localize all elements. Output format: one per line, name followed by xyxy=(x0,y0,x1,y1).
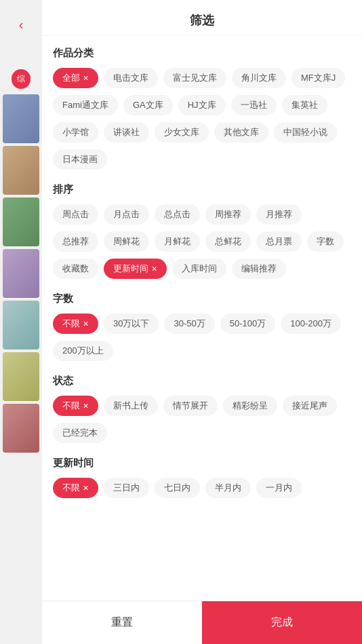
tag-label-category-7: HJ文库 xyxy=(188,100,216,110)
tags-wrap-wordcount: 不限✕30万以下30-50万50-100万100-200万200万以上 xyxy=(53,314,351,361)
tag-sort-0[interactable]: 周点击 xyxy=(53,204,98,225)
tag-label-wordcount-3: 50-100万 xyxy=(230,318,266,328)
left-book-cards xyxy=(0,94,42,453)
tag-label-update_time-0: 不限 xyxy=(62,482,80,493)
tag-close-status-0[interactable]: ✕ xyxy=(83,402,89,410)
tag-category-5[interactable]: Fami通文库 xyxy=(53,95,118,115)
tag-sort-2[interactable]: 总点击 xyxy=(155,204,200,225)
tag-sort-14[interactable]: 编辑推荐 xyxy=(232,259,286,279)
tag-status-5[interactable]: 已经完本 xyxy=(53,423,107,443)
tag-sort-13[interactable]: 入库时间 xyxy=(172,259,226,279)
section-category: 作品分类全部✕电击文库富士见文库角川文库MF文库JFami通文库GA文库HJ文库… xyxy=(53,47,351,170)
tag-status-4[interactable]: 接近尾声 xyxy=(283,396,337,416)
tag-label-sort-12: 更新时间 xyxy=(113,263,148,273)
tag-update_time-3[interactable]: 半月内 xyxy=(205,478,251,498)
book-card-4[interactable] xyxy=(3,249,39,298)
tag-close-wordcount-0[interactable]: ✕ xyxy=(83,320,89,328)
tag-close-update_time-0[interactable]: ✕ xyxy=(83,484,89,492)
tag-update_time-0[interactable]: 不限✕ xyxy=(53,478,98,498)
tag-close-category-0[interactable]: ✕ xyxy=(83,74,89,82)
back-button[interactable]: ‹ xyxy=(10,14,32,35)
book-card-2[interactable] xyxy=(3,146,39,195)
tag-category-1[interactable]: 电击文库 xyxy=(104,68,158,88)
tag-status-1[interactable]: 新书上传 xyxy=(104,396,158,416)
tag-wordcount-4[interactable]: 100-200万 xyxy=(281,314,341,334)
book-card-5[interactable] xyxy=(3,301,39,349)
tag-wordcount-2[interactable]: 30-50万 xyxy=(164,314,214,334)
tag-label-sort-11: 收藏数 xyxy=(62,263,89,273)
tag-sort-4[interactable]: 月推荐 xyxy=(256,204,302,225)
book-card-3[interactable] xyxy=(3,197,39,246)
tag-update_time-2[interactable]: 七日内 xyxy=(155,478,200,498)
tag-update_time-4[interactable]: 一月内 xyxy=(256,478,302,498)
tag-label-status-1: 新书上传 xyxy=(113,400,148,411)
tag-label-sort-10: 字数 xyxy=(317,236,334,246)
tag-label-category-9: 集英社 xyxy=(291,100,318,110)
category-tab[interactable]: 综 xyxy=(12,69,31,89)
tag-wordcount-3[interactable]: 50-100万 xyxy=(220,314,275,334)
filter-content: 作品分类全部✕电击文库富士见文库角川文库MF文库JFami通文库GA文库HJ文库… xyxy=(42,36,362,601)
tag-label-update_time-4: 一月内 xyxy=(266,482,292,493)
tag-sort-11[interactable]: 收藏数 xyxy=(53,259,98,279)
tag-category-14[interactable]: 中国轻小说 xyxy=(274,122,337,143)
section-title-sort: 排序 xyxy=(53,183,351,196)
tag-status-2[interactable]: 情节展开 xyxy=(163,396,218,416)
book-card-1[interactable] xyxy=(3,94,39,143)
section-title-category: 作品分类 xyxy=(53,47,351,60)
tag-wordcount-0[interactable]: 不限✕ xyxy=(53,314,98,334)
tag-label-sort-13: 入库时间 xyxy=(182,263,217,273)
tag-category-12[interactable]: 少女文库 xyxy=(155,122,209,143)
book-card-7[interactable] xyxy=(3,404,39,453)
tag-sort-3[interactable]: 周推荐 xyxy=(205,204,251,225)
tag-label-sort-9: 总月票 xyxy=(266,236,292,246)
tag-label-category-10: 小学馆 xyxy=(62,127,89,137)
tag-close-sort-12[interactable]: ✕ xyxy=(151,265,157,273)
tag-category-8[interactable]: 一迅社 xyxy=(231,95,277,115)
tag-label-sort-4: 月推荐 xyxy=(266,209,292,219)
tag-status-0[interactable]: 不限✕ xyxy=(53,396,98,416)
tag-label-category-12: 少女文库 xyxy=(164,127,199,137)
tag-wordcount-1[interactable]: 30万以下 xyxy=(104,314,159,334)
page-title: 筛选 xyxy=(190,14,214,27)
tag-label-sort-0: 周点击 xyxy=(62,209,89,219)
tag-sort-10[interactable]: 字数 xyxy=(307,231,344,252)
tag-category-3[interactable]: 角川文库 xyxy=(232,68,286,88)
tag-category-7[interactable]: HJ文库 xyxy=(178,95,226,115)
tag-category-11[interactable]: 讲谈社 xyxy=(104,122,149,143)
tag-status-3[interactable]: 精彩纷呈 xyxy=(223,396,277,416)
tag-label-wordcount-5: 200万以上 xyxy=(62,345,104,356)
tag-label-category-3: 角川文库 xyxy=(241,73,277,83)
tag-category-2[interactable]: 富士见文库 xyxy=(163,68,226,88)
tag-sort-12[interactable]: 更新时间✕ xyxy=(104,259,167,279)
tag-label-update_time-3: 半月内 xyxy=(215,482,241,493)
filter-header: 筛选 xyxy=(42,0,362,36)
reset-button[interactable]: 重置 xyxy=(42,601,202,644)
tag-category-10[interactable]: 小学馆 xyxy=(53,122,98,143)
tag-sort-5[interactable]: 总推荐 xyxy=(53,231,98,252)
tags-wrap-sort: 周点击月点击总点击周推荐月推荐总推荐周鲜花月鲜花总鲜花总月票字数收藏数更新时间✕… xyxy=(53,204,351,279)
tags-wrap-category: 全部✕电击文库富士见文库角川文库MF文库JFami通文库GA文库HJ文库一迅社集… xyxy=(53,68,351,170)
tag-update_time-1[interactable]: 三日内 xyxy=(104,478,149,498)
tag-category-9[interactable]: 集英社 xyxy=(282,95,327,115)
tag-wordcount-5[interactable]: 200万以上 xyxy=(53,341,113,361)
tag-label-sort-7: 月鲜花 xyxy=(164,236,190,246)
tag-category-15[interactable]: 日本漫画 xyxy=(53,149,107,170)
tag-sort-1[interactable]: 月点击 xyxy=(104,204,149,225)
tag-category-0[interactable]: 全部✕ xyxy=(53,68,98,88)
confirm-button[interactable]: 完成 xyxy=(202,601,362,644)
section-title-status: 状态 xyxy=(53,375,351,387)
tag-category-13[interactable]: 其他文库 xyxy=(214,122,268,143)
tags-wrap-update_time: 不限✕三日内七日内半月内一月内 xyxy=(53,478,351,498)
tag-label-status-4: 接近尾声 xyxy=(292,400,327,411)
tag-sort-7[interactable]: 月鲜花 xyxy=(155,231,200,252)
tag-category-6[interactable]: GA文库 xyxy=(123,95,173,115)
tag-sort-9[interactable]: 总月票 xyxy=(256,231,302,252)
tag-label-category-11: 讲谈社 xyxy=(113,127,140,137)
tag-category-4[interactable]: MF文库J xyxy=(291,68,345,88)
tag-sort-6[interactable]: 周鲜花 xyxy=(104,231,149,252)
book-card-6[interactable] xyxy=(3,352,39,401)
tag-label-category-15: 日本漫画 xyxy=(62,154,98,164)
tag-label-category-5: Fami通文库 xyxy=(62,100,108,110)
tag-sort-8[interactable]: 总鲜花 xyxy=(205,231,251,252)
tag-label-category-0: 全部 xyxy=(62,73,80,83)
